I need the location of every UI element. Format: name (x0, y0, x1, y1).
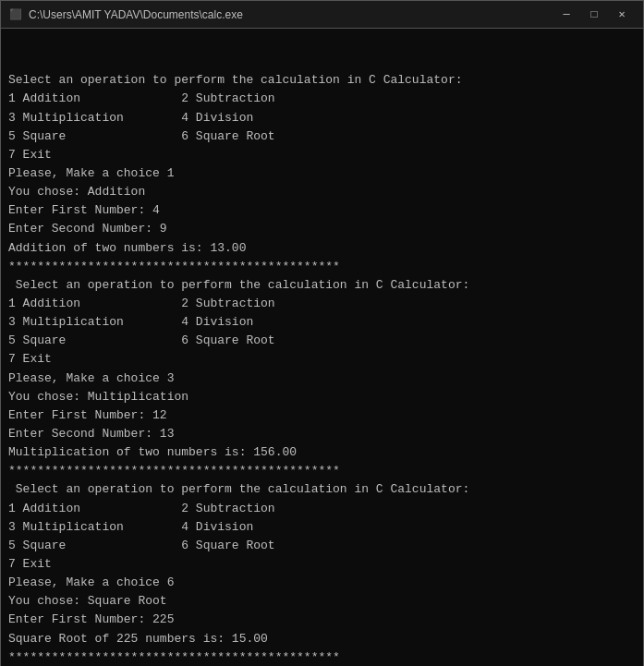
terminal-line: ****************************************… (8, 648, 636, 666)
close-button[interactable]: ✕ (608, 6, 636, 24)
minimize-button[interactable]: — (553, 6, 580, 24)
terminal-line: Please, Make a choice 3 (8, 369, 636, 388)
window-controls: — □ ✕ (553, 6, 636, 24)
title-bar: ⬛ C:\Users\AMIT YADAV\Documents\calc.exe… (1, 1, 643, 29)
terminal-content: Select an operation to perform the calcu… (1, 29, 643, 666)
title-bar-text: C:\Users\AMIT YADAV\Documents\calc.exe (29, 8, 553, 21)
terminal-line: ****************************************… (8, 462, 636, 480)
terminal-line: 3 Multiplication 4 Division (8, 109, 636, 127)
calculator-window: ⬛ C:\Users\AMIT YADAV\Documents\calc.exe… (0, 0, 644, 666)
terminal-line: ****************************************… (8, 258, 636, 276)
terminal-line: Please, Make a choice 6 (8, 574, 636, 592)
terminal-line: You chose: Addition (8, 183, 636, 201)
maximize-button[interactable]: □ (580, 6, 608, 24)
terminal-line: Select an operation to perform the calcu… (8, 480, 636, 499)
terminal-line: 7 Exit (8, 350, 636, 369)
terminal-line: You chose: Multiplication (8, 388, 636, 406)
terminal-line: 5 Square 6 Square Root (8, 537, 636, 555)
terminal-line: Select an operation to perform the calcu… (8, 71, 636, 90)
terminal-line: 5 Square 6 Square Root (8, 127, 636, 146)
terminal-line: You chose: Square Root (8, 592, 636, 611)
terminal-line: Square Root of 225 numbers is: 15.00 (8, 630, 636, 648)
terminal-line: 1 Addition 2 Subtraction (8, 90, 636, 108)
terminal-line: 7 Exit (8, 146, 636, 164)
terminal-line: 5 Square 6 Square Root (8, 332, 636, 350)
terminal-line: Enter First Number: 12 (8, 406, 636, 425)
terminal-line: Enter First Number: 225 (8, 611, 636, 629)
terminal-line: Select an operation to perform the calcu… (8, 276, 636, 295)
terminal-line: 1 Addition 2 Subtraction (8, 295, 636, 313)
terminal-line: Enter Second Number: 13 (8, 425, 636, 443)
terminal-line: 7 Exit (8, 555, 636, 574)
terminal-line: 3 Multiplication 4 Division (8, 518, 636, 537)
terminal-line: Enter Second Number: 9 (8, 220, 636, 238)
window-icon: ⬛ (8, 7, 23, 22)
terminal-line: Please, Make a choice 1 (8, 164, 636, 183)
terminal-line: Multiplication of two numbers is: 156.00 (8, 443, 636, 462)
terminal-line: Enter First Number: 4 (8, 201, 636, 220)
terminal-line: 1 Addition 2 Subtraction (8, 500, 636, 518)
terminal-line: Addition of two numbers is: 13.00 (8, 239, 636, 258)
terminal-line: 3 Multiplication 4 Division (8, 313, 636, 332)
